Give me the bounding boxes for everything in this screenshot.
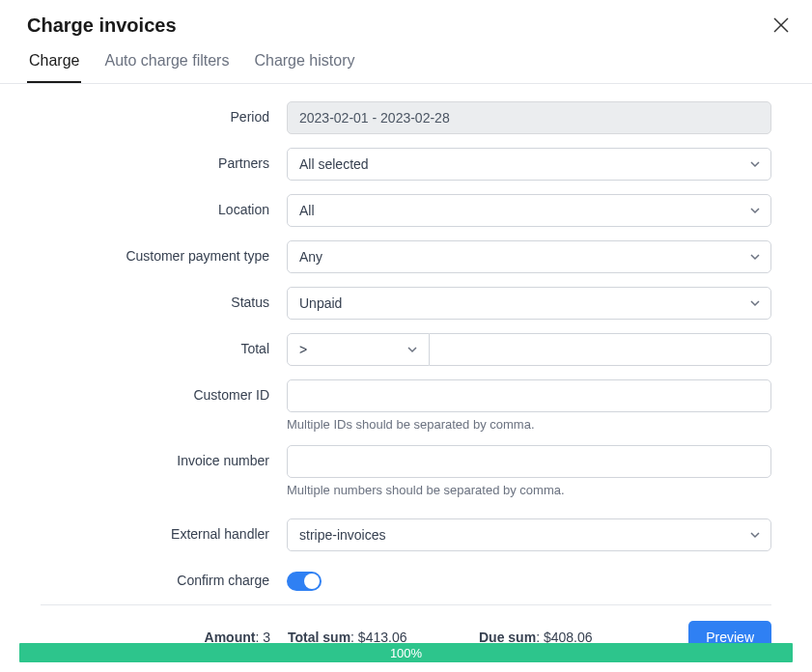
partners-label: Partners [41, 148, 287, 171]
form-row-location: Location All [41, 194, 771, 227]
partners-select[interactable]: All selected [287, 148, 771, 181]
status-value: Unpaid [299, 295, 342, 311]
form-row-total: Total > [41, 333, 771, 366]
total-label: Total [41, 333, 287, 356]
modal-title: Charge invoices [27, 14, 177, 37]
invoice-number-help: Multiple numbers should be separated by … [287, 483, 771, 497]
form-row-partners: Partners All selected [41, 148, 771, 181]
customer-id-input[interactable] [287, 379, 771, 412]
total-value-input[interactable] [430, 333, 771, 366]
form-row-status: Status Unpaid [41, 287, 771, 320]
form-row-external-handler: External handler stripe-invoices [41, 518, 771, 551]
confirm-charge-label: Confirm charge [41, 565, 287, 588]
confirm-charge-toggle[interactable] [287, 572, 322, 591]
status-select[interactable]: Unpaid [287, 287, 771, 320]
total-operator-select[interactable]: > [287, 333, 430, 366]
invoice-number-label: Invoice number [41, 445, 287, 468]
form-row-confirm-charge: Confirm charge [41, 565, 771, 591]
period-field: 2023-02-01 - 2023-02-28 [287, 101, 771, 134]
close-icon [772, 16, 790, 34]
invoice-number-input[interactable] [287, 445, 771, 478]
tab-charge[interactable]: Charge [27, 52, 81, 83]
external-handler-label: External handler [41, 518, 287, 542]
form-row-period: Period 2023-02-01 - 2023-02-28 [41, 101, 771, 134]
external-handler-select[interactable]: stripe-invoices [287, 518, 771, 551]
payment-type-value: Any [299, 249, 322, 265]
payment-type-label: Customer payment type [41, 240, 287, 264]
customer-id-help: Multiple IDs should be separated by comm… [287, 417, 771, 432]
form-row-invoice-number: Invoice number Multiple numbers should b… [41, 445, 771, 497]
form-row-payment-type: Customer payment type Any [41, 240, 771, 273]
progress-percent: 100% [390, 646, 422, 660]
location-select[interactable]: All [287, 194, 771, 227]
status-label: Status [41, 287, 287, 310]
location-value: All [299, 203, 315, 218]
period-value: 2023-02-01 - 2023-02-28 [299, 110, 450, 126]
external-handler-value: stripe-invoices [299, 527, 385, 543]
location-label: Location [41, 194, 287, 217]
total-operator-value: > [299, 342, 307, 357]
form-row-customer-id: Customer ID Multiple IDs should be separ… [41, 379, 771, 432]
period-label: Period [41, 101, 287, 125]
charge-invoices-modal: Charge invoices Charge Auto charge filte… [0, 0, 812, 672]
separator [41, 604, 771, 605]
close-button[interactable] [770, 14, 793, 37]
tab-auto-charge-filters[interactable]: Auto charge filters [102, 52, 231, 83]
progress-bar: 100% [19, 643, 793, 662]
partners-value: All selected [299, 156, 369, 172]
modal-header: Charge invoices [0, 0, 812, 37]
toggle-knob [304, 574, 320, 589]
form-container: Period 2023-02-01 - 2023-02-28 Partners … [0, 84, 812, 672]
tab-charge-history[interactable]: Charge history [252, 52, 356, 83]
chevron-down-icon [406, 343, 419, 356]
tabs: Charge Auto charge filters Charge histor… [0, 37, 812, 84]
customer-id-label: Customer ID [41, 379, 287, 403]
payment-type-select[interactable]: Any [287, 240, 771, 273]
